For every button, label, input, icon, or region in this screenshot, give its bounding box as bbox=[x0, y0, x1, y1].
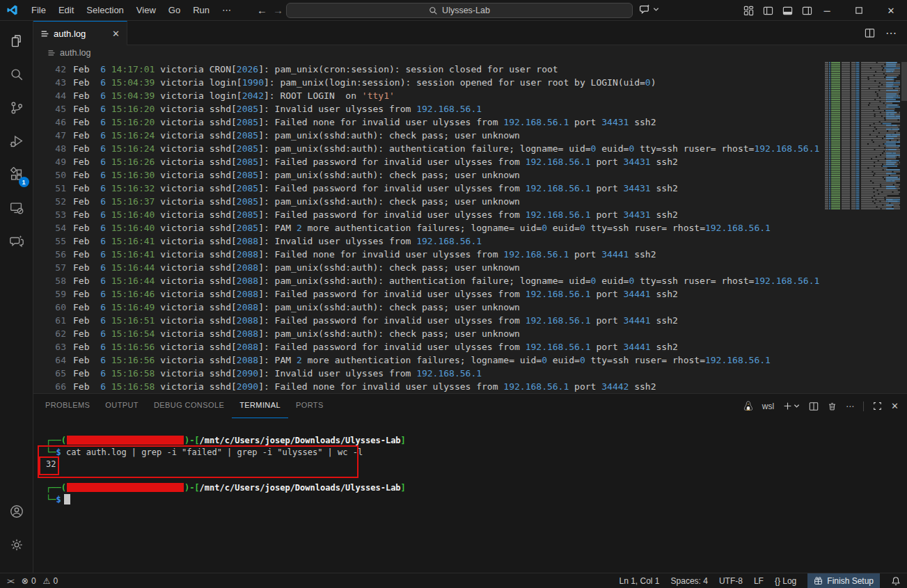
window-controls: ─ ✕ bbox=[811, 0, 907, 21]
log-line[interactable]: 51Feb 6 15:16:32 victoria sshd[2085]: Fa… bbox=[33, 182, 819, 195]
log-line[interactable]: 65Feb 6 15:16:58 victoria sshd[2090]: In… bbox=[33, 367, 819, 380]
close-window-button[interactable]: ✕ bbox=[875, 0, 907, 21]
menu-selection[interactable]: Selection bbox=[80, 2, 129, 18]
terminal-actions: wsl ⋯ ✕ bbox=[743, 394, 899, 418]
terminal-prompt-line: ┌──()-[/mnt/c/Users/josep/Downloads/Ulys… bbox=[46, 482, 907, 494]
panel-tab-output[interactable]: OUTPUT bbox=[97, 394, 146, 418]
log-line[interactable]: 46Feb 6 15:16:20 victoria sshd[2085]: Fa… bbox=[33, 116, 819, 129]
more-actions-icon[interactable]: ⋯ bbox=[885, 26, 897, 40]
status-item-spaces-4[interactable]: Spaces: 4 bbox=[671, 576, 708, 586]
log-line[interactable]: 57Feb 6 15:16:44 victoria sshd[2088]: pa… bbox=[33, 261, 819, 274]
problems-indicator[interactable]: ⊗ 0 ⚠ 0 bbox=[22, 576, 58, 586]
menu-edit[interactable]: Edit bbox=[52, 2, 80, 18]
maximize-panel-icon[interactable] bbox=[873, 402, 882, 411]
log-line[interactable]: 50Feb 6 15:16:30 victoria sshd[2085]: pa… bbox=[33, 168, 819, 182]
log-line[interactable]: 44Feb 6 15:04:39 victoria login[2042]: R… bbox=[33, 89, 819, 102]
editor-group: auth.log ✕ ⋯ auth.log 42Feb 6 14:17:01 v… bbox=[33, 21, 907, 393]
terminal-text: └─ bbox=[46, 495, 56, 504]
minimize-button[interactable]: ─ bbox=[811, 0, 843, 21]
close-panel-icon[interactable]: ✕ bbox=[891, 401, 899, 411]
menu-bar: FileEditSelectionViewGoRun⋯ bbox=[25, 2, 237, 18]
log-line-text: Feb 6 15:16:20 victoria sshd[2085]: Fail… bbox=[73, 117, 656, 127]
forward-arrow-button[interactable]: → bbox=[273, 4, 283, 16]
split-editor-icon[interactable] bbox=[865, 28, 875, 38]
log-line[interactable]: 56Feb 6 15:16:41 victoria sshd[2088]: Fa… bbox=[33, 248, 819, 261]
log-line[interactable]: 43Feb 6 15:04:39 victoria login[1990]: p… bbox=[33, 76, 819, 89]
line-number: 57 bbox=[33, 261, 66, 274]
kill-terminal-trash-icon[interactable] bbox=[828, 402, 837, 411]
log-line[interactable]: 49Feb 6 15:16:26 victoria sshd[2085]: Fa… bbox=[33, 155, 819, 168]
toggle-panel-icon[interactable] bbox=[782, 6, 793, 16]
split-terminal-icon[interactable] bbox=[809, 402, 819, 411]
menu-view[interactable]: View bbox=[130, 2, 162, 18]
extensions-icon[interactable]: 1 bbox=[6, 164, 28, 186]
error-icon: ⊗ bbox=[22, 576, 29, 586]
maximize-button[interactable] bbox=[843, 0, 875, 21]
minimap[interactable] bbox=[823, 61, 900, 212]
terminal-command-line: └─$ cat auth.log | grep -i "failed" | gr… bbox=[46, 447, 907, 459]
status-item-lf[interactable]: LF bbox=[754, 576, 764, 586]
log-line[interactable]: 54Feb 6 15:16:40 victoria sshd[2085]: PA… bbox=[33, 221, 819, 235]
log-line[interactable]: 60Feb 6 15:16:49 victoria sshd[2088]: pa… bbox=[33, 301, 819, 314]
panel-tab-debug-console[interactable]: DEBUG CONSOLE bbox=[146, 394, 232, 418]
remote-explorer-icon[interactable] bbox=[6, 197, 28, 219]
status-item-ln-1-col-1[interactable]: Ln 1, Col 1 bbox=[619, 576, 659, 586]
menu-[interactable]: ⋯ bbox=[216, 2, 237, 18]
log-line[interactable]: 66Feb 6 15:16:58 victoria sshd[2090]: Fa… bbox=[33, 380, 819, 393]
terminal-cursor bbox=[64, 494, 70, 504]
log-line[interactable]: 59Feb 6 15:16:46 victoria sshd[2088]: Fa… bbox=[33, 287, 819, 301]
status-item-log[interactable]: {} Log bbox=[775, 576, 796, 586]
panel-tab-problems[interactable]: PROBLEMS bbox=[38, 394, 97, 418]
log-line[interactable]: 58Feb 6 15:16:44 victoria sshd[2088]: pa… bbox=[33, 274, 819, 287]
more-actions-icon[interactable]: ⋯ bbox=[846, 402, 854, 411]
customize-layout-icon[interactable] bbox=[743, 6, 754, 16]
plus-icon bbox=[783, 402, 792, 411]
log-line[interactable]: 53Feb 6 15:16:40 victoria sshd[2085]: Fa… bbox=[33, 208, 819, 221]
terminal-viewport[interactable]: ┌──()-[/mnt/c/Users/josep/Downloads/Ulys… bbox=[33, 418, 907, 573]
log-line[interactable]: 47Feb 6 15:16:24 victoria sshd[2085]: pa… bbox=[33, 129, 819, 142]
vertical-scrollbar[interactable] bbox=[901, 62, 907, 101]
log-line[interactable]: 48Feb 6 15:16:24 victoria sshd[2085]: pa… bbox=[33, 142, 819, 155]
log-line-text: Feb 6 15:16:44 victoria sshd[2088]: pam_… bbox=[73, 262, 520, 273]
panel-tab-terminal[interactable]: TERMINAL bbox=[232, 394, 288, 418]
log-line[interactable]: 64Feb 6 15:16:56 victoria sshd[2088]: PA… bbox=[33, 353, 819, 367]
back-arrow-button[interactable]: ← bbox=[257, 4, 267, 16]
toggle-primary-sidebar-icon[interactable] bbox=[763, 6, 773, 16]
explorer-icon[interactable] bbox=[6, 30, 28, 52]
status-item-utf-8[interactable]: UTF-8 bbox=[719, 576, 743, 586]
menu-run[interactable]: Run bbox=[187, 2, 216, 18]
search-sidebar-icon[interactable] bbox=[6, 63, 28, 86]
chat-icon[interactable] bbox=[6, 230, 28, 253]
terminal-text: ] bbox=[401, 483, 406, 493]
remote-indicator-icon[interactable]: >< bbox=[7, 577, 13, 585]
log-line[interactable]: 63Feb 6 15:16:56 victoria sshd[2088]: Fa… bbox=[33, 340, 819, 353]
account-icon[interactable] bbox=[6, 500, 28, 523]
menu-file[interactable]: File bbox=[25, 2, 52, 18]
settings-gear-icon[interactable] bbox=[6, 534, 28, 556]
tab-auth-log[interactable]: auth.log ✕ bbox=[33, 21, 127, 45]
copilot-menu-button[interactable] bbox=[639, 3, 659, 15]
run-debug-icon[interactable] bbox=[6, 130, 28, 152]
finish-setup-button[interactable]: Finish Setup bbox=[807, 573, 880, 588]
log-line-text: Feb 6 15:16:56 victoria sshd[2088]: Fail… bbox=[73, 342, 678, 352]
notifications-bell-icon[interactable] bbox=[891, 576, 901, 586]
breadcrumb[interactable]: auth.log bbox=[33, 45, 907, 61]
layout-controls bbox=[743, 0, 812, 21]
menu-go[interactable]: Go bbox=[162, 2, 187, 18]
log-line[interactable]: 61Feb 6 15:16:51 victoria sshd[2088]: Fa… bbox=[33, 314, 819, 327]
log-line[interactable]: 55Feb 6 15:16:41 victoria sshd[2088]: In… bbox=[33, 235, 819, 248]
editor-pane[interactable]: 42Feb 6 14:17:01 victoria CRON[2026]: pa… bbox=[33, 61, 907, 393]
new-terminal-button[interactable] bbox=[783, 402, 800, 411]
log-line[interactable]: 52Feb 6 15:16:37 victoria sshd[2085]: pa… bbox=[33, 195, 819, 208]
chevron-down-icon bbox=[794, 403, 800, 409]
log-line[interactable]: 45Feb 6 15:16:20 victoria sshd[2085]: In… bbox=[33, 102, 819, 116]
tab-close-icon[interactable]: ✕ bbox=[112, 29, 120, 39]
history-arrows: ← → bbox=[257, 4, 283, 16]
panel-tab-ports[interactable]: PORTS bbox=[288, 394, 331, 418]
line-number: 45 bbox=[33, 102, 66, 116]
command-center-search[interactable]: Ulysses-Lab bbox=[286, 3, 633, 18]
line-number: 64 bbox=[33, 353, 66, 367]
source-control-icon[interactable] bbox=[6, 97, 28, 119]
log-line[interactable]: 62Feb 6 15:16:54 victoria sshd[2088]: pa… bbox=[33, 327, 819, 340]
log-line[interactable]: 42Feb 6 14:17:01 victoria CRON[2026]: pa… bbox=[33, 63, 819, 76]
